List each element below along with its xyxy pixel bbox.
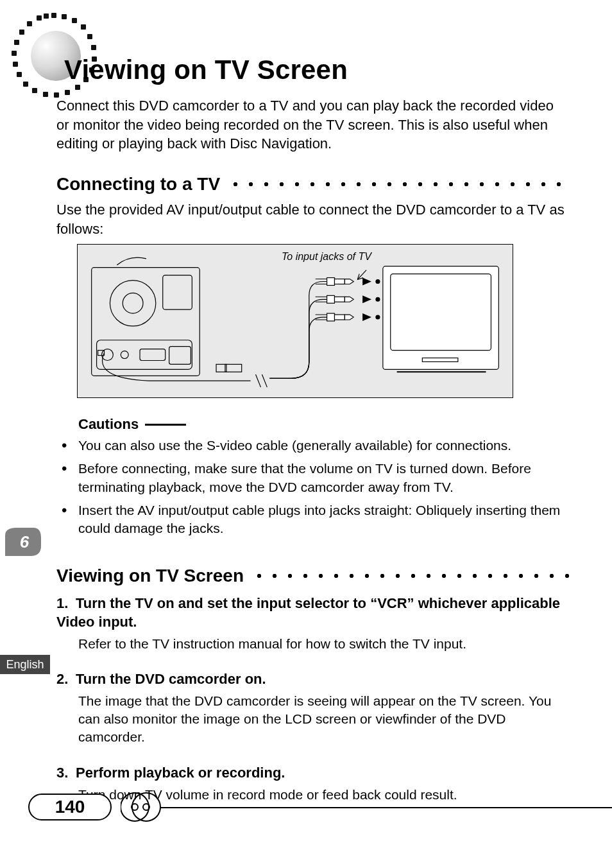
cautions-list: You can also use the S-video cable (gene… bbox=[56, 437, 571, 543]
step-item: 2.Turn the DVD camcorder on. The image t… bbox=[56, 670, 570, 746]
step-heading: Turn the TV on and set the input selecto… bbox=[56, 595, 560, 630]
step-body: The image that the DVD camcorder is seei… bbox=[78, 692, 570, 746]
svg-rect-13 bbox=[334, 279, 344, 284]
chapter-title: Viewing on TV Screen bbox=[64, 55, 348, 85]
section-viewing-title: Viewing on TV Screen bbox=[56, 566, 244, 586]
step-body: Refer to the TV instruction manual for h… bbox=[78, 635, 570, 653]
footer-rule bbox=[160, 807, 612, 808]
diagram-caption: To input jacks of TV bbox=[282, 251, 371, 263]
svg-point-24 bbox=[121, 793, 149, 821]
chapter-intro: Connect this DVD camcorder to a TV and y… bbox=[56, 96, 570, 153]
cautions-title: Cautions bbox=[78, 416, 139, 433]
chapter-number-tab: 6 bbox=[5, 528, 41, 556]
svg-rect-19 bbox=[391, 274, 491, 351]
dotted-rule-icon bbox=[251, 573, 570, 578]
svg-rect-15 bbox=[334, 297, 344, 302]
svg-rect-12 bbox=[327, 278, 335, 286]
step-number: 1. bbox=[56, 594, 76, 612]
step-heading: Turn the DVD camcorder on. bbox=[76, 671, 266, 687]
svg-rect-4 bbox=[97, 340, 192, 370]
svg-point-6 bbox=[121, 351, 128, 359]
chapter-number-text: 6 bbox=[20, 532, 30, 551]
svg-rect-14 bbox=[327, 295, 335, 303]
section-connecting-intro: Use the provided AV input/output cable t… bbox=[56, 200, 570, 238]
svg-point-1 bbox=[110, 281, 155, 326]
cautions-header: Cautions bbox=[78, 416, 186, 433]
cautions-rule-icon bbox=[145, 424, 186, 426]
page-number: 140 bbox=[55, 797, 85, 817]
svg-rect-20 bbox=[422, 358, 458, 362]
diagram-svg bbox=[78, 245, 513, 397]
step-item: 1.Turn the TV on and set the input selec… bbox=[56, 594, 570, 653]
step-number: 3. bbox=[56, 763, 76, 782]
svg-rect-7 bbox=[140, 349, 166, 361]
svg-rect-16 bbox=[327, 313, 335, 321]
svg-point-22 bbox=[376, 297, 380, 301]
caution-item: Insert the AV input/output cable plugs i… bbox=[56, 501, 571, 538]
svg-point-2 bbox=[123, 293, 143, 313]
svg-point-23 bbox=[376, 315, 380, 319]
step-number: 2. bbox=[56, 670, 76, 688]
connection-diagram: To input jacks of TV bbox=[77, 244, 513, 398]
section-viewing-header: Viewing on TV Screen bbox=[56, 565, 570, 587]
dotted-rule-icon bbox=[228, 182, 570, 187]
svg-rect-11 bbox=[225, 364, 242, 372]
svg-point-26 bbox=[132, 793, 160, 821]
section-connecting-title: Connecting to a TV bbox=[56, 174, 220, 195]
steps-list: 1.Turn the TV on and set the input selec… bbox=[56, 594, 570, 820]
svg-rect-3 bbox=[163, 275, 192, 310]
svg-rect-17 bbox=[334, 315, 344, 320]
svg-rect-8 bbox=[169, 347, 191, 365]
language-tab: English bbox=[0, 655, 50, 674]
page-number-badge: 140 bbox=[28, 794, 112, 820]
step-heading: Perform playback or recording. bbox=[76, 765, 285, 781]
caution-item: Before connecting, make sure that the vo… bbox=[56, 460, 571, 496]
manual-page: Viewing on TV Screen Connect this DVD ca… bbox=[0, 0, 612, 868]
svg-point-21 bbox=[376, 280, 380, 284]
footer-disc-icon bbox=[121, 790, 164, 824]
language-label: English bbox=[6, 658, 44, 672]
section-connecting-header: Connecting to a TV bbox=[56, 173, 570, 195]
caution-item: You can also use the S-video cable (gene… bbox=[56, 437, 571, 455]
